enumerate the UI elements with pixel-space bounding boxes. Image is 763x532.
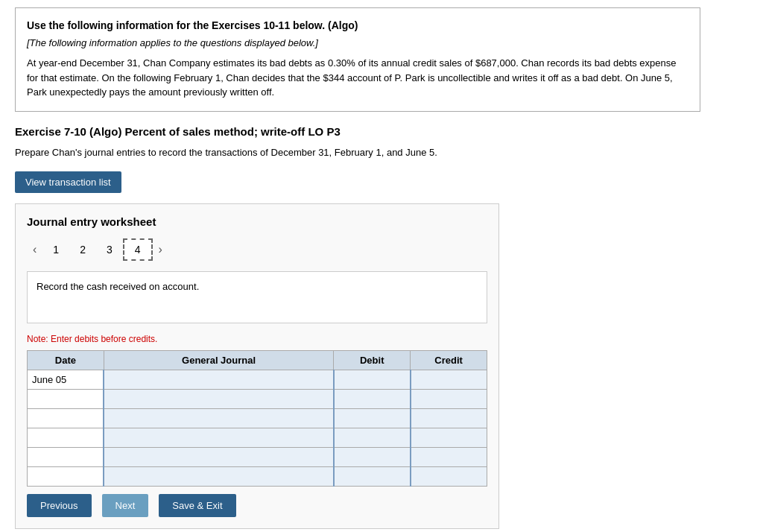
row-3-date xyxy=(28,428,104,447)
row-5-credit-input[interactable] xyxy=(416,471,482,482)
row-0-debit-input[interactable] xyxy=(339,374,405,385)
row-1-date xyxy=(28,389,104,408)
row-1-journal-input[interactable] xyxy=(109,393,329,405)
table-row xyxy=(28,466,487,486)
table-row xyxy=(28,447,487,466)
row-4-journal[interactable] xyxy=(104,447,334,466)
row-1-debit-input[interactable] xyxy=(339,393,405,405)
tab-navigation: ‹ 1 2 3 4 › xyxy=(27,238,487,261)
row-3-credit-input[interactable] xyxy=(416,432,482,443)
table-row: June 05 xyxy=(28,370,487,389)
row-4-date xyxy=(28,447,104,466)
row-5-debit-input[interactable] xyxy=(339,471,405,482)
row-4-debit[interactable] xyxy=(334,447,411,466)
row-3-credit[interactable] xyxy=(411,428,487,447)
info-box-body: At year-end December 31, Chan Company es… xyxy=(27,56,688,100)
row-5-credit[interactable] xyxy=(411,466,487,486)
row-2-credit[interactable] xyxy=(411,408,487,428)
row-2-date xyxy=(28,408,104,428)
tab-1[interactable]: 1 xyxy=(42,240,69,259)
journal-table: Date General Journal Debit Credit June 0… xyxy=(27,350,487,487)
table-row xyxy=(28,428,487,447)
tab-4[interactable]: 4 xyxy=(123,238,153,261)
row-0-journal[interactable] xyxy=(104,370,334,389)
row-1-debit[interactable] xyxy=(334,389,411,408)
tab-next-arrow[interactable]: › xyxy=(153,241,168,258)
previous-button[interactable]: Previous xyxy=(27,494,92,517)
row-1-journal[interactable] xyxy=(104,389,334,408)
row-3-debit[interactable] xyxy=(334,428,411,447)
row-0-credit[interactable] xyxy=(411,370,487,389)
worksheet-title: Journal entry worksheet xyxy=(27,215,487,228)
row-5-journal-input[interactable] xyxy=(109,471,329,482)
row-4-debit-input[interactable] xyxy=(339,452,405,463)
tab-3[interactable]: 3 xyxy=(96,240,123,259)
row-0-debit[interactable] xyxy=(334,370,411,389)
exercise-title: Exercise 7-10 (Algo) Percent of sales me… xyxy=(15,125,748,138)
table-row xyxy=(28,389,487,408)
row-0-credit-input[interactable] xyxy=(416,374,482,385)
row-3-journal-input[interactable] xyxy=(109,432,329,443)
info-box-subtitle: [The following information applies to th… xyxy=(27,37,688,48)
row-2-journal-input[interactable] xyxy=(109,413,329,424)
bottom-buttons: Previous Next Save & Exit xyxy=(27,494,487,517)
header-date: Date xyxy=(28,350,104,370)
table-row xyxy=(28,408,487,428)
row-4-journal-input[interactable] xyxy=(109,452,329,463)
row-1-credit-input[interactable] xyxy=(416,393,482,405)
row-0-date: June 05 xyxy=(28,370,104,389)
row-1-credit[interactable] xyxy=(411,389,487,408)
tab-2[interactable]: 2 xyxy=(69,240,96,259)
row-2-credit-input[interactable] xyxy=(416,413,482,424)
row-5-journal[interactable] xyxy=(104,466,334,486)
worksheet-container: Journal entry worksheet ‹ 1 2 3 4 › Reco… xyxy=(15,203,499,529)
row-2-journal[interactable] xyxy=(104,408,334,428)
row-2-debit-input[interactable] xyxy=(339,413,405,424)
tab-prev-arrow[interactable]: ‹ xyxy=(27,241,42,258)
page-container: Use the following information for the Ex… xyxy=(0,0,763,532)
row-2-debit[interactable] xyxy=(334,408,411,428)
row-4-credit-input[interactable] xyxy=(416,452,482,463)
instruction-box: Record the cash received on account. xyxy=(27,271,487,323)
header-journal: General Journal xyxy=(104,350,334,370)
row-0-journal-input[interactable] xyxy=(109,374,329,385)
row-4-credit[interactable] xyxy=(411,447,487,466)
header-debit: Debit xyxy=(334,350,411,370)
save-exit-button[interactable]: Save & Exit xyxy=(159,494,235,517)
info-box-title: Use the following information for the Ex… xyxy=(27,19,688,31)
row-3-debit-input[interactable] xyxy=(339,432,405,443)
instruction-text: Record the cash received on account. xyxy=(37,281,199,292)
row-5-debit[interactable] xyxy=(334,466,411,486)
row-3-journal[interactable] xyxy=(104,428,334,447)
row-5-date xyxy=(28,466,104,486)
info-box: Use the following information for the Ex… xyxy=(15,7,700,112)
view-transaction-button[interactable]: View transaction list xyxy=(15,171,121,193)
note-text: Note: Enter debits before credits. xyxy=(27,334,487,344)
header-credit: Credit xyxy=(411,350,487,370)
next-button[interactable]: Next xyxy=(102,494,149,517)
prepare-text: Prepare Chan's journal entries to record… xyxy=(15,147,748,158)
